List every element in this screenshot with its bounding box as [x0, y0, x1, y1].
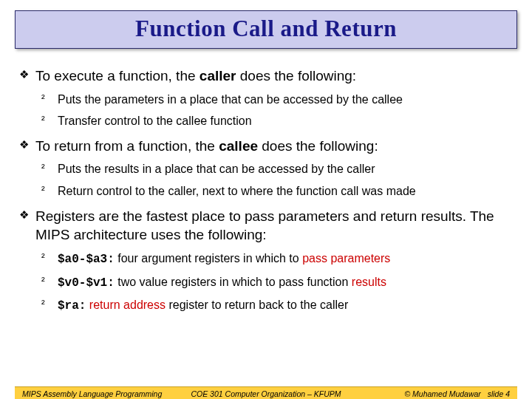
slide-title: Function Call and Return [16, 16, 516, 42]
slide: Function Call and Return ❖ To execute a … [0, 10, 532, 399]
text: does the following: [236, 68, 356, 83]
text: register to return back to the caller [166, 299, 348, 311]
bold-word: callee [219, 138, 258, 154]
text: does the following: [258, 138, 378, 154]
text: To return from a function, the [35, 138, 219, 154]
point-callee: ❖ To return from a function, the callee … [19, 137, 513, 156]
text: Return control to the caller, next to wh… [58, 185, 416, 197]
sub-bullet-icon: ² [41, 297, 45, 311]
sub-point-vals: ² $v0-$v1: two value registers in which … [19, 274, 513, 292]
diamond-bullet-icon: ❖ [19, 137, 29, 152]
sub-point: ² Puts the parameters in a place that ca… [19, 92, 513, 108]
text: Puts the parameters in a place that can … [58, 93, 403, 106]
footer-right: © Muhamed Mudawar slide 4 [347, 389, 510, 398]
sub-point: ² Return control to the caller, next to … [19, 183, 513, 200]
footer-left: MIPS Assembly Language Programming [22, 389, 185, 398]
highlight-text: return address [86, 299, 166, 311]
footer: MIPS Assembly Language Programming COE 3… [0, 386, 532, 399]
text: two value registers in which to pass fun… [115, 276, 352, 288]
footer-author: © Muhamed Mudawar [404, 389, 480, 398]
sub-point: ² Puts the results in a place that can b… [19, 161, 513, 177]
diamond-bullet-icon: ❖ [19, 67, 29, 82]
sub-bullet-icon: ² [41, 250, 45, 265]
footer-bar: MIPS Assembly Language Programming COE 3… [15, 386, 517, 399]
sub-bullet-icon: ² [41, 92, 45, 106]
highlight-text: results [352, 276, 386, 288]
code-text: $v0-$v1: [58, 276, 115, 290]
sub-bullet-icon: ² [41, 274, 45, 288]
sub-point-ra: ² $ra: return address register to return… [19, 297, 513, 315]
sub-bullet-icon: ² [41, 183, 45, 197]
content-area: ❖ To execute a function, the caller does… [0, 49, 532, 315]
text: Puts the results in a place that can be … [58, 163, 375, 175]
point-caller: ❖ To execute a function, the caller does… [19, 66, 513, 86]
text: Registers are the fastest place to pass … [35, 208, 494, 243]
title-bar: Function Call and Return [15, 10, 517, 49]
bold-word: caller [200, 68, 236, 83]
sub-bullet-icon: ² [41, 113, 45, 127]
code-text: $ra: [58, 299, 86, 313]
footer-slide-number: slide 4 [488, 389, 510, 398]
text: four argument registers in which to [115, 252, 302, 265]
point-registers: ❖ Registers are the fastest place to pas… [19, 207, 513, 245]
sub-point: ² Transfer control to the callee functio… [19, 113, 513, 129]
text: To execute a function, the [35, 68, 200, 83]
code-text: $a0-$a3: [58, 253, 115, 266]
text: Transfer control to the callee function [58, 115, 252, 127]
highlight-text: pass parameters [302, 252, 390, 265]
sub-point-args: ² $a0-$a3: four argument registers in wh… [19, 250, 513, 268]
diamond-bullet-icon: ❖ [19, 208, 29, 222]
sub-bullet-icon: ² [41, 161, 45, 175]
footer-center: COE 301 Computer Organization – KFUPM [185, 389, 347, 398]
